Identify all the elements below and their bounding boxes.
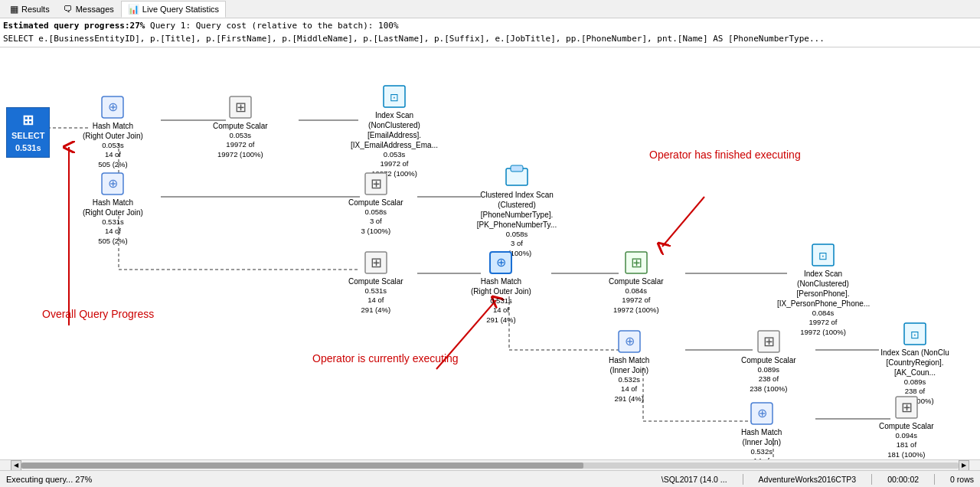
compute-scalar-2-icon: ⊞ (364, 172, 388, 196)
tab-bar: ▦ Results 🗨 Messages 📊 Live Query Statis… (0, 0, 980, 18)
tab-messages[interactable]: 🗨 Messages (57, 1, 121, 18)
select-value: 0.531s (11, 142, 44, 154)
hash-match-4-node[interactable]: ⊕ Hash Match(Inner Join) 0.532s14 of291 … (609, 329, 649, 404)
hash-match-2-node[interactable]: ⊕ Hash Match(Right Outer Join) 0.531s14 … (83, 172, 143, 246)
svg-text:⊞: ⊞ (234, 100, 246, 115)
index-scan-2-stats: 0.084s19972 of19972 (100%) (800, 309, 846, 337)
messages-icon: 🗨 (64, 4, 73, 15)
annotation-operator-finished: Operator has finished executing (649, 149, 801, 161)
hash-match-1-stats: 0.053s14 of505 (2%) (98, 141, 128, 169)
hash-match-4-title: Hash Match(Inner Join) (609, 355, 649, 375)
select-node[interactable]: ⊞ SELECT 0.531s (6, 107, 50, 158)
query-sql: SELECT e.[BusinessEntityID], p.[Title], … (3, 34, 825, 44)
clustered-index-scan-node[interactable]: Clustered Index Scan (Clustered)[PhoneNu… (471, 164, 563, 258)
compute-scalar-1-node[interactable]: ⊞ Compute Scalar 0.053s19972 of19972 (10… (213, 95, 268, 159)
compute-scalar-5-node[interactable]: ⊞ Compute Scalar 0.089s238 of238 (100%) (741, 329, 796, 394)
svg-text:⊞: ⊞ (763, 334, 774, 349)
time-info: 00:00:02 (887, 475, 919, 484)
scroll-right-button[interactable]: ▶ (959, 460, 969, 471)
compute-scalar-2-title: Compute Scalar (348, 198, 403, 208)
scroll-thumb[interactable] (21, 462, 583, 469)
compute-scalar-6-stats: 0.094s181 of181 (100%) (887, 431, 925, 459)
tab-results[interactable]: ▦ Results (3, 1, 57, 18)
hash-match-2-icon: ⊕ (100, 172, 125, 196)
hash-match-5-node[interactable]: ⊕ Hash Match(Inner Join) 0.532s14 of291 … (741, 401, 782, 459)
svg-rect-33 (511, 165, 523, 172)
clustered-index-scan-icon (505, 164, 529, 188)
compute-scalar-4-node[interactable]: ⊞ Compute Scalar 0.084s19972 of19972 (10… (609, 250, 664, 315)
index-scan-2-title: Index Scan (NonClustered)[PersonPhone].[… (777, 269, 869, 309)
svg-text:⊞: ⊞ (370, 255, 381, 270)
status-left: Executing query... 27% (6, 475, 92, 484)
index-scan-1-title: Index Scan (NonClustered)[EmailAddress].… (348, 110, 440, 150)
compute-scalar-1-stats: 0.053s19972 of19972 (100%) (217, 131, 263, 159)
compute-scalar-2-stats: 0.058s3 of3 (100%) (361, 208, 391, 236)
main-content: ⊞ SELECT 0.531s ⊕ Hash Match(Right Outer… (0, 47, 980, 470)
hash-match-1-icon: ⊕ (100, 95, 125, 119)
compute-scalar-5-icon: ⊞ (756, 329, 781, 354)
compute-scalar-4-stats: 0.084s19972 of19972 (100%) (613, 286, 659, 315)
index-scan-2-node[interactable]: ⊡ Index Scan (NonClustered)[PersonPhone]… (777, 243, 869, 337)
hash-match-2-stats: 0.531s14 of505 (2%) (98, 217, 128, 246)
hash-match-1-title: Hash Match(Right Outer Join) (83, 121, 143, 141)
hash-match-3-title: Hash Match(Right Outer Join) (471, 276, 531, 296)
status-divider-3 (934, 474, 935, 485)
svg-text:⊕: ⊕ (624, 335, 634, 348)
compute-scalar-5-title: Compute Scalar (741, 355, 796, 365)
status-bar: Executing query... 27% \SQL2017 (14.0 ..… (0, 470, 980, 487)
scroll-track[interactable] (21, 462, 959, 469)
status-right: \SQL2017 (14.0 ... AdventureWorks2016CTP… (662, 474, 974, 485)
svg-text:⊡: ⊡ (390, 91, 399, 103)
compute-scalar-1-icon: ⊞ (228, 95, 253, 119)
tab-live-query[interactable]: 📊 Live Query Statistics (121, 1, 226, 18)
scroll-left-button[interactable]: ◀ (11, 460, 21, 471)
status-divider-2 (871, 474, 872, 485)
results-icon: ▦ (10, 4, 18, 15)
index-scan-3-node[interactable]: ⊡ Index Scan (NonClu[CountryRegion].[AK_… (869, 322, 961, 406)
diagram-area[interactable]: ⊞ SELECT 0.531s ⊕ Hash Match(Right Outer… (0, 47, 980, 459)
compute-scalar-6-icon: ⊞ (894, 395, 919, 420)
tab-live-query-label: Live Query Statistics (142, 5, 219, 14)
compute-scalar-3-icon: ⊞ (364, 250, 388, 275)
server-info: \SQL2017 (14.0 ... (662, 475, 727, 484)
live-query-icon: 📊 (128, 4, 139, 15)
hash-match-5-stats: 0.532s14 of291 (4%) (746, 447, 776, 459)
compute-scalar-3-stats: 0.531s14 of291 (4%) (361, 286, 391, 315)
hash-match-5-title: Hash Match(Inner Join) (741, 427, 782, 447)
tab-messages-label: Messages (76, 5, 114, 14)
compute-scalar-6-node[interactable]: ⊞ Compute Scalar 0.094s181 of181 (100%) (879, 395, 934, 459)
index-scan-2-icon: ⊡ (811, 243, 835, 267)
status-divider-1 (743, 474, 743, 485)
select-icon: ⊞ (11, 111, 44, 130)
hash-match-4-icon: ⊕ (617, 329, 642, 354)
svg-text:⊞: ⊞ (900, 400, 912, 415)
svg-text:⊞: ⊞ (630, 255, 642, 270)
select-label: SELECT (11, 130, 44, 142)
compute-scalar-5-stats: 0.089s238 of238 (100%) (750, 365, 787, 394)
tab-results-label: Results (21, 5, 50, 14)
svg-text:⊡: ⊡ (910, 328, 920, 341)
compute-scalar-2-node[interactable]: ⊞ Compute Scalar 0.058s3 of3 (100%) (348, 172, 403, 236)
svg-text:⊡: ⊡ (818, 250, 828, 262)
hash-match-3-stats: 0.531s14 of291 (4%) (486, 296, 516, 325)
svg-text:⊕: ⊕ (108, 177, 118, 190)
svg-line-20 (662, 197, 704, 247)
hash-match-3-node[interactable]: ⊕ Hash Match(Right Outer Join) 0.531s14 … (471, 250, 531, 325)
query-bar: Estimated query progress:27% Query 1: Qu… (0, 18, 980, 47)
hash-match-2-title: Hash Match(Right Outer Join) (83, 198, 143, 217)
horizontal-scrollbar[interactable]: ◀ ▶ (0, 459, 980, 470)
query-cost-label: Query 1: Query cost (relative to the bat… (150, 21, 399, 31)
svg-text:⊞: ⊞ (370, 176, 381, 191)
compute-scalar-3-node[interactable]: ⊞ Compute Scalar 0.531s14 of291 (4%) (348, 250, 403, 315)
executing-status: Executing query... 27% (6, 475, 92, 484)
compute-scalar-3-title: Compute Scalar (348, 276, 403, 286)
clustered-index-scan-title: Clustered Index Scan (Clustered)[PhoneNu… (471, 190, 563, 230)
index-scan-3-icon: ⊡ (903, 322, 927, 346)
annotation-operator-executing: Operator is currently executing (312, 352, 459, 364)
compute-scalar-6-title: Compute Scalar (879, 421, 934, 431)
index-scan-1-node[interactable]: ⊡ Index Scan (NonClustered)[EmailAddress… (348, 84, 440, 178)
annotation-overall-progress: Overall Query Progress (42, 308, 154, 320)
hash-match-1-node[interactable]: ⊕ Hash Match(Right Outer Join) 0.053s14 … (83, 95, 143, 169)
svg-text:⊕: ⊕ (756, 407, 766, 420)
estimated-progress: Estimated query progress:27% (3, 21, 145, 31)
